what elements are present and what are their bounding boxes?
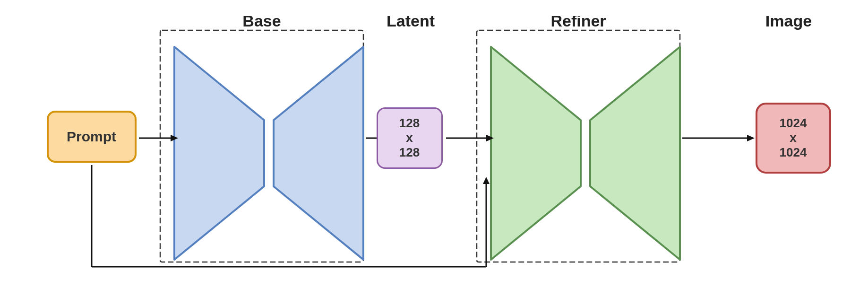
svg-marker-7 — [274, 47, 363, 260]
svg-marker-9 — [590, 47, 680, 260]
svg-text:Image: Image — [765, 16, 811, 30]
svg-marker-8 — [491, 47, 581, 260]
svg-marker-17 — [747, 135, 755, 141]
image-box: 1024 x 1024 — [756, 103, 831, 174]
latent-size-label: 128 x 128 — [399, 116, 420, 160]
prompt-label: Prompt — [67, 129, 116, 145]
svg-text:Base: Base — [242, 16, 281, 30]
svg-text:Latent: Latent — [387, 16, 435, 30]
architecture-diagram: Base Refiner Latent Image — [33, 16, 836, 290]
image-size-label: 1024 x 1024 — [780, 116, 807, 160]
svg-marker-6 — [174, 47, 264, 260]
svg-text:Refiner: Refiner — [550, 16, 606, 30]
prompt-box: Prompt — [47, 111, 137, 163]
latent-box: 128 x 128 — [377, 107, 443, 169]
svg-marker-21 — [483, 177, 490, 184]
